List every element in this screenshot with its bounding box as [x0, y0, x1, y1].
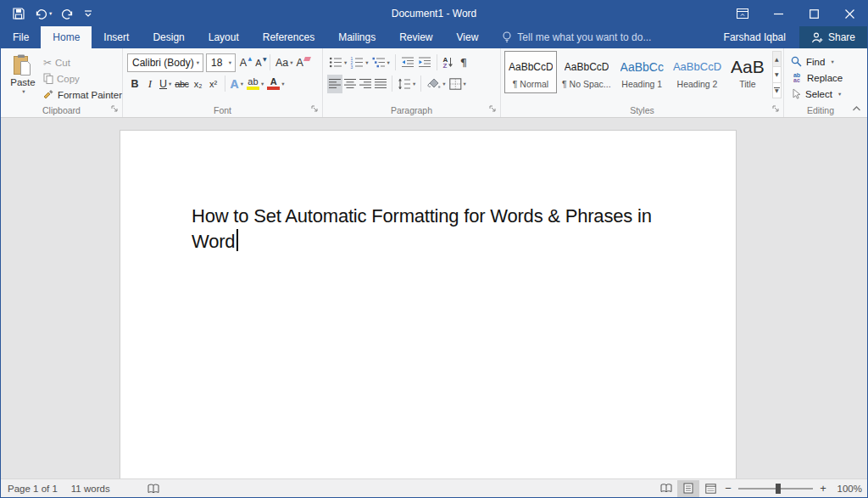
bullets-icon	[329, 56, 342, 69]
line-spacing-button[interactable]: ▾	[396, 75, 417, 93]
ribbon-display-options-button[interactable]	[725, 1, 760, 26]
tab-references[interactable]: References	[251, 26, 326, 48]
clipboard-group-label: Clipboard	[1, 105, 122, 115]
web-layout-button[interactable]	[699, 480, 721, 497]
share-button[interactable]: Share	[799, 26, 867, 48]
document-page[interactable]: How to Set Automatic Formatting for Word…	[120, 130, 737, 478]
style-heading-1[interactable]: AaBbCc Heading 1	[616, 51, 668, 93]
shading-button[interactable]: ▾	[425, 75, 447, 93]
tab-layout[interactable]: Layout	[197, 26, 251, 48]
styles-gallery-more-button[interactable]: ▼	[773, 83, 781, 98]
document-area: How to Set Automatic Formatting for Word…	[1, 118, 867, 478]
minimize-button[interactable]	[760, 1, 796, 26]
subscript-button[interactable]: x₂	[191, 75, 206, 93]
superscript-button[interactable]: x²	[206, 75, 221, 93]
redo-button[interactable]	[62, 8, 74, 20]
tab-home[interactable]: Home	[41, 26, 92, 48]
style-no-spacing[interactable]: AaBbCcDc ¶ No Spac...	[558, 51, 615, 93]
paragraph-row-1: ▾ 123 ▾ ▾	[323, 52, 500, 73]
show-hide-marks-button[interactable]: ¶	[456, 53, 471, 72]
save-button[interactable]	[13, 8, 25, 20]
underline-button[interactable]: U▾	[158, 75, 173, 93]
clipboard-dialog-launcher[interactable]	[110, 104, 120, 114]
cut-button[interactable]: ✂ Cut	[43, 54, 122, 70]
status-bar: Page 1 of 1 11 words − + 100%	[1, 478, 867, 497]
maximize-button[interactable]	[796, 1, 832, 26]
customize-qat-button[interactable]	[84, 9, 92, 18]
text-highlight-button[interactable]: ab▾	[245, 75, 265, 93]
replace-button[interactable]: ab ac Replace	[791, 70, 857, 86]
sort-button[interactable]: A Z	[441, 53, 456, 72]
shrink-font-glyph: A	[255, 58, 261, 68]
page-indicator[interactable]: Page 1 of 1	[8, 484, 58, 494]
clear-formatting-button[interactable]: A	[295, 53, 312, 72]
zoom-in-button[interactable]: +	[816, 482, 830, 495]
window-controls	[725, 1, 867, 26]
grow-font-icon: ▲	[248, 55, 253, 61]
find-button[interactable]: Find ▾	[791, 53, 857, 70]
grow-font-glyph: A	[240, 57, 247, 69]
styles-dialog-launcher[interactable]	[771, 104, 781, 114]
close-icon	[845, 9, 854, 19]
cut-label: Cut	[55, 58, 70, 68]
align-center-button[interactable]	[342, 75, 358, 93]
style-normal-label: ¶ Normal	[513, 79, 548, 89]
tab-view[interactable]: View	[445, 26, 491, 48]
zoom-out-button[interactable]: −	[721, 482, 735, 495]
style-title[interactable]: AaB Title	[726, 51, 769, 93]
group-clipboard: Paste ▾ ✂ Cut Copy Form	[1, 48, 123, 117]
font-name-combo[interactable]: Calibri (Body) ▾	[127, 53, 203, 72]
tell-me-box[interactable]: Tell me what you want to do...	[502, 26, 651, 48]
increase-indent-button[interactable]	[416, 53, 433, 72]
strikethrough-button[interactable]: abc	[173, 75, 190, 93]
ribbon: Paste ▾ ✂ Cut Copy Form	[1, 48, 867, 118]
zoom-slider-handle[interactable]	[776, 484, 781, 494]
styles-scroll-up-button[interactable]: ▲	[773, 52, 781, 67]
text-effects-button[interactable]: A▾	[229, 75, 245, 93]
italic-button[interactable]: I	[142, 75, 158, 93]
tab-insert[interactable]: Insert	[92, 26, 141, 48]
word-count[interactable]: 11 words	[71, 484, 110, 494]
share-label: Share	[828, 31, 855, 43]
select-button[interactable]: Select ▾	[791, 86, 857, 102]
read-mode-button[interactable]	[655, 480, 677, 497]
group-font: Calibri (Body) ▾ 18 ▾ A▲ A▼ Aa▾	[123, 48, 323, 117]
font-size-combo[interactable]: 18 ▾	[206, 53, 236, 72]
undo-button[interactable]: ▾	[35, 8, 52, 20]
font-dialog-launcher[interactable]	[310, 104, 320, 114]
clear-formatting-icon	[303, 57, 311, 61]
save-icon	[13, 8, 25, 20]
style-normal[interactable]: AaBbCcDc ¶ Normal	[504, 51, 557, 93]
decrease-indent-button[interactable]	[399, 53, 416, 72]
zoom-slider[interactable]	[738, 488, 813, 490]
print-layout-button[interactable]	[677, 480, 699, 497]
group-editing: Find ▾ ab ac Replace Select ▾ Editing	[784, 48, 857, 117]
change-case-button[interactable]: Aa▾	[274, 53, 295, 72]
grow-font-button[interactable]: A▲	[236, 53, 251, 72]
font-color-button[interactable]: A▾	[265, 75, 286, 93]
paragraph-dialog-launcher[interactable]	[488, 104, 498, 114]
styles-scroll-down-button[interactable]: ▼	[773, 67, 781, 82]
bold-button[interactable]: B	[127, 75, 142, 93]
justify-button[interactable]	[373, 75, 388, 93]
proofing-status-button[interactable]	[147, 484, 159, 494]
style-heading-2[interactable]: AaBbCcD Heading 2	[669, 51, 726, 93]
align-left-button[interactable]	[327, 75, 342, 93]
tab-mailings[interactable]: Mailings	[326, 26, 387, 48]
tab-review[interactable]: Review	[387, 26, 444, 48]
align-right-button[interactable]	[358, 75, 373, 93]
multilevel-list-button[interactable]: ▾	[370, 53, 392, 72]
font-row-1: Calibri (Body) ▾ 18 ▾ A▲ A▼ Aa▾	[123, 52, 322, 73]
format-painter-button[interactable]: Format Painter	[43, 87, 122, 103]
numbering-button[interactable]: 123 ▾	[348, 53, 370, 72]
shrink-font-button[interactable]: A▼	[251, 53, 266, 72]
borders-button[interactable]: ▾	[448, 75, 468, 93]
copy-button[interactable]: Copy	[43, 70, 122, 87]
tab-file[interactable]: File	[1, 26, 41, 48]
bullets-button[interactable]: ▾	[327, 53, 348, 72]
tab-design[interactable]: Design	[141, 26, 196, 48]
close-button[interactable]	[832, 1, 867, 26]
collapse-ribbon-button[interactable]	[852, 105, 861, 112]
signed-in-user[interactable]: Farshad Iqbal	[724, 26, 786, 48]
zoom-level[interactable]: 100%	[830, 484, 862, 494]
